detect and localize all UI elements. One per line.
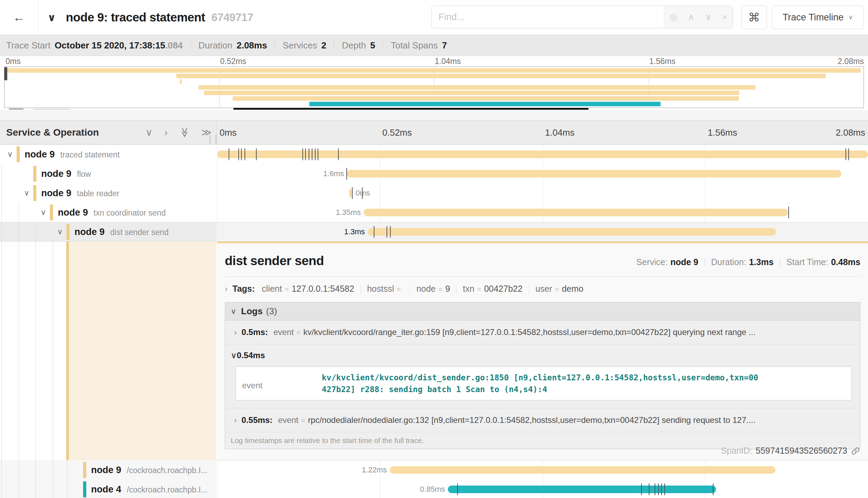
span-duration-bar[interactable] bbox=[349, 189, 352, 197]
service-operation-header: Service & Operation bbox=[6, 121, 99, 144]
log-entry-expanded-header[interactable]: ∨ 0.54ms bbox=[225, 344, 860, 363]
link-icon[interactable] bbox=[851, 446, 860, 456]
indent-guide bbox=[35, 222, 36, 498]
next-match-icon[interactable]: ∨ bbox=[703, 12, 714, 22]
trace-summary-bar: Trace StartOctober 15 2020, 17:38:15.084… bbox=[0, 35, 868, 56]
trace-stat-value: 7 bbox=[442, 40, 447, 51]
log-marker-tick bbox=[664, 483, 665, 495]
tag-item[interactable]: user=demo bbox=[535, 284, 584, 294]
span-duration-bar[interactable] bbox=[347, 170, 841, 178]
find-controls: ◎ ∧ ∨ × bbox=[664, 6, 733, 28]
logs-header[interactable]: ∨ Logs (3) bbox=[225, 302, 860, 320]
expand-one-icon[interactable]: › bbox=[165, 128, 168, 137]
span-duration-label: 0.85ms bbox=[369, 480, 445, 498]
spacer bbox=[0, 110, 868, 120]
trace-stat-label: Depth bbox=[342, 40, 366, 51]
find-input[interactable] bbox=[432, 6, 664, 28]
divider bbox=[383, 40, 383, 50]
tag-item[interactable]: node=9 bbox=[416, 284, 450, 294]
span-row-name[interactable]: node 4/cockroach.roachpb.I... bbox=[0, 480, 216, 498]
tag-key: txn bbox=[463, 284, 474, 294]
prev-match-icon[interactable]: ∧ bbox=[686, 12, 697, 22]
collapse-all-icon[interactable]: ≫ bbox=[179, 127, 189, 137]
minimap[interactable] bbox=[4, 66, 864, 108]
trace-stat: Total Spans7 bbox=[391, 40, 447, 51]
log-marker-tick bbox=[848, 148, 849, 160]
selected-span-color-strip bbox=[66, 242, 69, 460]
span-service-name: node 4 bbox=[91, 480, 121, 498]
span-row-name[interactable]: node 9/cockroach.roachpb.I... bbox=[0, 460, 216, 480]
log-marker-tick bbox=[641, 483, 642, 495]
clear-search-icon[interactable]: × bbox=[720, 12, 729, 22]
chevron-down-icon[interactable]: ∨ bbox=[7, 145, 13, 164]
span-row-name[interactable]: ∨node 9dist sender send bbox=[0, 222, 216, 242]
detail-meta-label: Duration: bbox=[711, 257, 746, 267]
detail-meta-item: Service:node 9 bbox=[636, 257, 698, 267]
span-row-label: node 9txn coordinator send bbox=[58, 203, 166, 222]
back-arrow-icon: ← bbox=[13, 10, 25, 25]
locate-icon[interactable]: ◎ bbox=[667, 12, 680, 22]
span-row-name[interactable]: ∨node 9traced statement bbox=[0, 145, 216, 164]
tag-item[interactable]: txn=00427b22 bbox=[463, 284, 522, 294]
column-resize-handle[interactable] bbox=[210, 135, 216, 144]
log-value-line: kv/kvclient/kvcoord/dist_sender.go:1850 … bbox=[322, 372, 758, 383]
minimap-scroll-fragment bbox=[33, 109, 71, 110]
tags-row[interactable]: › Tags: client=127.0.0.1:54582hostssl=no… bbox=[225, 284, 860, 294]
divider bbox=[334, 40, 334, 50]
log-marker-tick bbox=[338, 148, 339, 160]
log-entry[interactable]: › 0.55ms: event = rpc/nodedialer/nodedia… bbox=[225, 408, 860, 432]
minimap-tick-labels: 0ms0.52ms1.04ms1.56ms2.08ms bbox=[0, 56, 868, 66]
span-duration-bar[interactable] bbox=[364, 209, 788, 216]
indent-guide bbox=[19, 203, 19, 498]
command-icon: ⌘ bbox=[748, 10, 760, 24]
tag-key: user bbox=[535, 284, 552, 294]
log-marker-tick bbox=[390, 226, 391, 238]
log-marker-tick bbox=[315, 148, 316, 160]
span-operation-name: dist sender send bbox=[110, 223, 169, 242]
span-row-label: node 9flow bbox=[41, 164, 91, 183]
divider bbox=[191, 40, 191, 50]
chevron-down-icon[interactable]: ∨ bbox=[57, 222, 63, 242]
trace-view-selector[interactable]: Trace Timeline ∨ bbox=[772, 6, 864, 29]
collapse-one-icon[interactable]: ∨ bbox=[145, 128, 153, 137]
span-duration-bar[interactable] bbox=[368, 228, 776, 236]
chevron-down-icon[interactable]: ∨ bbox=[24, 183, 29, 203]
trace-collapse-toggle[interactable]: ∨ bbox=[47, 0, 56, 35]
divider bbox=[361, 284, 361, 293]
minimap-tick-label: 1.56ms bbox=[649, 57, 675, 66]
chevron-right-icon: › bbox=[234, 328, 237, 337]
logs-title: Logs bbox=[241, 306, 263, 317]
keyboard-shortcuts-button[interactable]: ⌘ bbox=[741, 6, 767, 29]
divider bbox=[410, 284, 410, 293]
minimap-viewport-line[interactable] bbox=[233, 108, 588, 110]
span-duration-bar[interactable] bbox=[390, 466, 776, 474]
span-service-name: node 9 bbox=[58, 203, 88, 222]
chevron-down-icon[interactable]: ∨ bbox=[41, 203, 46, 222]
trace-stat: Duration2.08ms bbox=[198, 40, 267, 51]
trace-stat-label: Duration bbox=[198, 40, 232, 51]
log-entry[interactable]: › 0.5ms: event = kv/kvclient/kvcoord/ran… bbox=[225, 320, 860, 344]
minimap-tick-label: 1.04ms bbox=[435, 57, 461, 66]
tag-item[interactable]: hostssl= bbox=[367, 284, 404, 294]
span-id-label: SpanID: bbox=[721, 446, 752, 456]
log-kv-table: event kv/kvclient/kvcoord/dist_sender.go… bbox=[236, 366, 852, 400]
page-title: node 9: traced statement 6749717 bbox=[66, 0, 253, 35]
detail-meta-value: node 9 bbox=[670, 257, 698, 267]
span-service-name: node 9 bbox=[41, 183, 71, 203]
minimap-scrubber-handle[interactable] bbox=[4, 67, 7, 80]
span-detail-title: dist sender send bbox=[225, 254, 324, 268]
chevron-down-icon: ∨ bbox=[231, 307, 236, 316]
log-marker-tick bbox=[302, 148, 303, 160]
span-duration-bar[interactable] bbox=[448, 486, 716, 493]
minimap-span-bar bbox=[309, 102, 661, 106]
span-row-name[interactable]: node 9flow bbox=[0, 164, 216, 183]
back-button[interactable]: ← bbox=[0, 0, 38, 35]
span-row-name[interactable]: ∨node 9table reader bbox=[0, 183, 216, 203]
chevron-right-icon: › bbox=[234, 416, 237, 425]
log-key: event bbox=[278, 415, 299, 425]
equals-sign: = bbox=[555, 286, 559, 293]
tag-item[interactable]: client=127.0.0.1:54582 bbox=[262, 284, 354, 294]
equals-sign: = bbox=[296, 329, 301, 337]
span-row-name[interactable]: ∨node 9txn coordinator send bbox=[0, 203, 216, 222]
tag-key: client bbox=[262, 284, 282, 294]
